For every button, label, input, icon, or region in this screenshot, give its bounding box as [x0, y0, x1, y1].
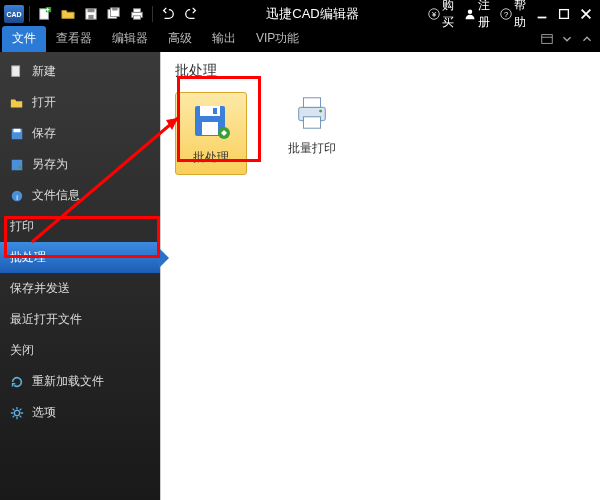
svg-text:¥: ¥	[432, 10, 437, 19]
save-icon[interactable]	[81, 4, 101, 24]
titlebar-right: ¥购买 注册 ?帮助	[424, 0, 596, 31]
sidebar: 新建 打开 保存 另存为 i文件信息 打印 批处理 保存并发送 最近打开文件 关…	[0, 52, 160, 500]
content-buttons: 批处理 批量打印	[175, 92, 586, 175]
sidebar-item-label: 打印	[10, 218, 34, 235]
minimize-icon[interactable]	[532, 4, 552, 24]
svg-rect-16	[560, 10, 569, 19]
ribbon-tabs: 文件 查看器 编辑器 高级 输出 VIP功能	[0, 28, 600, 52]
help-label: 帮助	[514, 0, 526, 31]
svg-rect-27	[213, 108, 217, 114]
batch-print-label: 批量打印	[288, 140, 336, 157]
undo-icon[interactable]	[158, 4, 178, 24]
sidebar-item-fileinfo[interactable]: i文件信息	[0, 180, 160, 211]
titlebar: CAD 迅捷CAD编辑器 ¥购买 注册 ?帮助	[0, 0, 600, 28]
sidebar-item-close[interactable]: 关闭	[0, 335, 160, 366]
sidebar-item-label: 重新加载文件	[32, 373, 104, 390]
sidebar-item-saveas[interactable]: 另存为	[0, 149, 160, 180]
tab-output[interactable]: 输出	[202, 26, 246, 52]
sidebar-item-new[interactable]: 新建	[0, 56, 160, 87]
batch-save-icon	[190, 101, 232, 143]
sidebar-item-label: 最近打开文件	[10, 311, 82, 328]
separator	[152, 6, 153, 22]
app-logo: CAD	[4, 5, 24, 23]
svg-rect-9	[134, 9, 141, 13]
printer-icon	[291, 92, 333, 134]
sidebar-item-label: 文件信息	[32, 187, 80, 204]
svg-point-24	[14, 410, 19, 415]
dropdown-icon[interactable]	[560, 32, 574, 49]
svg-rect-4	[88, 15, 93, 19]
buy-label: 购买	[442, 0, 454, 31]
batch-process-button[interactable]: 批处理	[175, 92, 247, 175]
sidebar-item-save-send[interactable]: 保存并发送	[0, 273, 160, 304]
svg-rect-10	[134, 16, 141, 20]
open-icon[interactable]	[58, 4, 78, 24]
tab-editor[interactable]: 编辑器	[102, 26, 158, 52]
sidebar-item-label: 批处理	[10, 249, 46, 266]
tab-file[interactable]: 文件	[2, 26, 46, 52]
sidebar-item-batch[interactable]: 批处理	[0, 242, 160, 273]
save-all-icon[interactable]	[104, 4, 124, 24]
svg-rect-18	[12, 65, 20, 76]
svg-text:i: i	[16, 192, 18, 201]
sidebar-item-print[interactable]: 打印	[0, 211, 160, 242]
tab-advanced[interactable]: 高级	[158, 26, 202, 52]
batch-process-label: 批处理	[193, 149, 229, 166]
sidebar-item-label: 保存	[32, 125, 56, 142]
svg-rect-32	[303, 117, 320, 128]
sidebar-item-label: 保存并发送	[10, 280, 70, 297]
svg-rect-31	[303, 98, 320, 108]
tab-viewer[interactable]: 查看器	[46, 26, 102, 52]
svg-rect-20	[14, 128, 21, 132]
panel-icon[interactable]	[540, 32, 554, 49]
sidebar-item-label: 选项	[32, 404, 56, 421]
close-icon[interactable]	[576, 4, 596, 24]
help-button[interactable]: ?帮助	[496, 0, 530, 31]
redo-icon[interactable]	[181, 4, 201, 24]
tab-vip[interactable]: VIP功能	[246, 26, 309, 52]
sidebar-item-label: 打开	[32, 94, 56, 111]
content-panel: 批处理 批处理 批量打印	[160, 52, 600, 500]
svg-rect-17	[542, 35, 553, 44]
app-title: 迅捷CAD编辑器	[204, 5, 421, 23]
register-button[interactable]: 注册	[460, 0, 494, 31]
content-heading: 批处理	[175, 62, 586, 80]
maximize-icon[interactable]	[554, 4, 574, 24]
sidebar-item-label: 另存为	[32, 156, 68, 173]
separator	[29, 6, 30, 22]
svg-text:?: ?	[504, 10, 508, 19]
collapse-icon[interactable]	[580, 32, 594, 49]
svg-rect-7	[112, 8, 117, 11]
svg-rect-28	[202, 122, 218, 135]
ribbon-right-icons	[540, 32, 600, 52]
sidebar-item-save[interactable]: 保存	[0, 118, 160, 149]
sidebar-item-label: 关闭	[10, 342, 34, 359]
sidebar-item-recent[interactable]: 最近打开文件	[0, 304, 160, 335]
new-icon[interactable]	[35, 4, 55, 24]
print-icon[interactable]	[127, 4, 147, 24]
svg-rect-3	[88, 9, 95, 13]
svg-point-33	[319, 110, 322, 113]
sidebar-item-reload[interactable]: 重新加载文件	[0, 366, 160, 397]
svg-point-13	[468, 10, 473, 15]
main: 新建 打开 保存 另存为 i文件信息 打印 批处理 保存并发送 最近打开文件 关…	[0, 52, 600, 500]
batch-print-button[interactable]: 批量打印	[277, 92, 347, 175]
buy-button[interactable]: ¥购买	[424, 0, 458, 31]
svg-rect-21	[12, 159, 23, 170]
sidebar-item-open[interactable]: 打开	[0, 87, 160, 118]
register-label: 注册	[478, 0, 490, 31]
sidebar-item-label: 新建	[32, 63, 56, 80]
sidebar-item-options[interactable]: 选项	[0, 397, 160, 428]
